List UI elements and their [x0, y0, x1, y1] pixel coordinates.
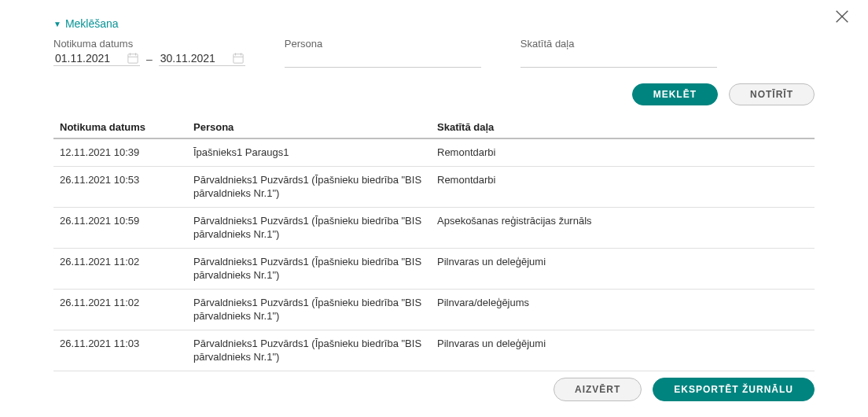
date-from-input[interactable]: 01.11.2021 [53, 51, 140, 66]
search-panel-title: Meklēšana [65, 17, 119, 30]
date-to-value: 30.11.2021 [160, 52, 215, 65]
close-icon [833, 8, 851, 25]
date-filter-label: Notikuma datums [53, 38, 245, 50]
close-button[interactable] [833, 8, 851, 28]
section-filter: Skatītā daļa [520, 38, 717, 68]
cell-person: Īpašnieks1 Paraugs1 [187, 138, 431, 166]
cell-section: Pilnvaras un deleģējumi [431, 248, 815, 289]
cell-date: 26.11.2021 11:02 [53, 248, 187, 289]
calendar-icon [127, 53, 138, 64]
cell-person: Pārvaldnieks1 Puzvārds1 (Īpašnieku biedr… [187, 330, 431, 371]
cell-date: 26.11.2021 11:02 [53, 289, 187, 330]
person-filter-label: Persona [285, 38, 481, 50]
cell-person: Pārvaldnieks1 Puzvārds1 (Īpašnieku biedr… [187, 207, 431, 248]
svg-rect-6 [234, 54, 243, 63]
search-button[interactable]: MEKLĒT [632, 83, 718, 105]
cell-section: Pilnvaras un deleģējumi [431, 330, 815, 371]
cell-date: 12.11.2021 10:39 [53, 138, 187, 166]
results-table: Notikuma datums Persona Skatītā daļa 12.… [53, 116, 815, 371]
close-modal-button[interactable]: AIZVĒRT [554, 378, 642, 401]
date-range: 01.11.2021 – 30.11.2021 [53, 51, 245, 66]
caret-down-icon: ▼ [53, 20, 61, 28]
date-filter: Notikuma datums 01.11.2021 – 30.11.2021 [53, 38, 245, 68]
cell-section: Pilnvara/deleģējums [431, 289, 815, 330]
section-input[interactable] [520, 51, 717, 68]
date-from-value: 01.11.2021 [55, 52, 110, 65]
filter-buttons: MEKLĒT NOTĪRĪT [53, 83, 815, 105]
table-row[interactable]: 26.11.2021 11:03Pārvaldnieks1 Puzvārds1 … [53, 330, 815, 371]
table-row[interactable]: 26.11.2021 11:02Pārvaldnieks1 Puzvārds1 … [53, 289, 815, 330]
section-filter-label: Skatītā daļa [520, 38, 717, 50]
export-journal-button[interactable]: EKSPORTĒT ŽURNĀLU [653, 378, 815, 401]
table-row[interactable]: 12.11.2021 10:39Īpašnieks1 Paraugs1Remon… [53, 138, 815, 166]
search-panel-toggle[interactable]: ▼ Meklēšana [53, 17, 815, 30]
calendar-icon [233, 53, 244, 64]
col-person-header[interactable]: Persona [187, 116, 431, 138]
svg-rect-2 [128, 54, 138, 63]
clear-button[interactable]: NOTĪRĪT [729, 83, 815, 105]
table-row[interactable]: 26.11.2021 10:53Pārvaldnieks1 Puzvārds1 … [53, 166, 815, 207]
cell-section: Remontdarbi [431, 166, 815, 207]
person-filter: Persona [285, 38, 481, 68]
person-input[interactable] [285, 51, 481, 68]
footer-buttons: AIZVĒRT EKSPORTĒT ŽURNĀLU [554, 378, 815, 401]
filters: Notikuma datums 01.11.2021 – 30.11.2021 … [53, 38, 815, 68]
col-section-header[interactable]: Skatītā daļa [431, 116, 815, 138]
date-to-input[interactable]: 30.11.2021 [159, 51, 245, 66]
table-row[interactable]: 26.11.2021 11:02Pārvaldnieks1 Puzvārds1 … [53, 248, 815, 289]
col-date-header[interactable]: Notikuma datums [53, 116, 187, 138]
cell-date: 26.11.2021 10:59 [53, 207, 187, 248]
cell-person: Pārvaldnieks1 Puzvārds1 (Īpašnieku biedr… [187, 166, 431, 207]
cell-person: Pārvaldnieks1 Puzvārds1 (Īpašnieku biedr… [187, 289, 431, 330]
cell-date: 26.11.2021 10:53 [53, 166, 187, 207]
date-range-separator: – [146, 53, 153, 65]
cell-person: Pārvaldnieks1 Puzvārds1 (Īpašnieku biedr… [187, 248, 431, 289]
table-row[interactable]: 26.11.2021 10:59Pārvaldnieks1 Puzvārds1 … [53, 207, 815, 248]
cell-date: 26.11.2021 11:03 [53, 330, 187, 371]
cell-section: Remontdarbi [431, 138, 815, 166]
cell-section: Apsekošanas reģistrācijas žurnāls [431, 207, 815, 248]
